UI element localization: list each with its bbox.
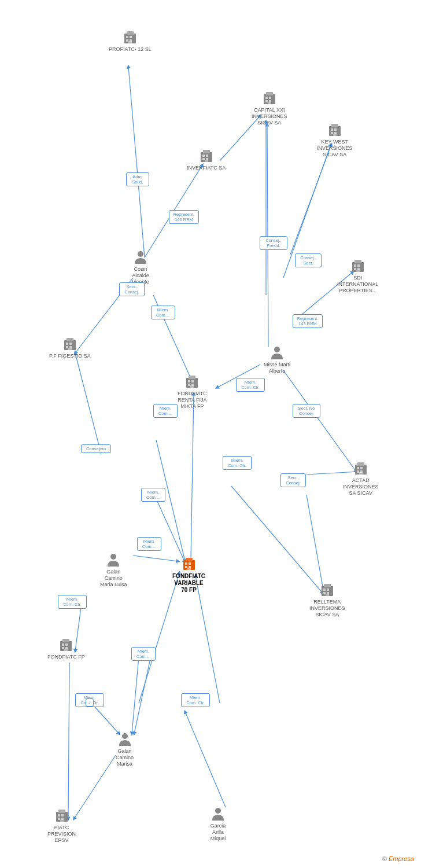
svg-line-24 [191, 393, 194, 560]
profiatc-label: PROFIATC- 12 SL [109, 46, 152, 53]
svg-rect-52 [331, 128, 333, 131]
galan-ml-icon [105, 551, 121, 568]
fondfiatc-rf-label: FONDFIATCRENTA FIJAMIXTA FP [178, 391, 207, 409]
svg-line-14 [133, 556, 178, 561]
consej-secr-badge: Consej.,Secr. [295, 253, 322, 267]
svg-rect-56 [333, 134, 337, 136]
svg-line-22 [231, 486, 323, 593]
svg-rect-115 [58, 818, 60, 820]
svg-point-109 [122, 733, 128, 739]
actad-node: ACTADINVERSIONESSA SICAV [343, 460, 379, 496]
capital-xxi-icon [261, 90, 278, 106]
fondfiatc-rf-node: FONDFIATCRENTA FIJAMIXTA FP [178, 373, 207, 409]
svg-rect-35 [128, 41, 132, 43]
watermark: © Empresa [382, 855, 414, 862]
svg-line-23 [306, 495, 324, 593]
represent-143-2-badge: Represent.143 RRM [293, 314, 323, 328]
fondfiatc-fp-label: FONDFIATC FP [47, 654, 85, 660]
svg-rect-117 [60, 819, 64, 822]
fondfiatc-fp-node: FONDFIATC FP [47, 637, 85, 660]
svg-point-110 [215, 808, 221, 814]
svg-rect-94 [187, 568, 191, 570]
miem-com-ctr-3-badge: Miem.Com. Ctr. [58, 595, 87, 609]
svg-rect-32 [130, 36, 132, 38]
miem-com-2-badge: Miem.Com.... [153, 404, 178, 418]
svg-rect-38 [202, 155, 205, 157]
svg-line-0 [128, 67, 145, 258]
inverfiatc-node: INVERFIATC SA [187, 148, 226, 171]
svg-rect-49 [268, 102, 271, 104]
svg-rect-31 [126, 36, 128, 38]
svg-rect-86 [359, 472, 363, 475]
svg-point-64 [138, 251, 143, 257]
svg-rect-89 [186, 558, 193, 561]
garcia-icon [210, 806, 226, 822]
misse-node: Misse MartiAlberto [264, 344, 290, 374]
svg-rect-96 [324, 584, 331, 587]
svg-rect-69 [66, 346, 68, 348]
fondfiatc-var-label: FONDFIATCVARIABLE70 FP [172, 573, 205, 594]
secr-consej-2-badge: Secr.,Consej. [280, 473, 306, 487]
fondfiatc-rf-icon [184, 373, 200, 389]
svg-rect-108 [64, 649, 68, 651]
svg-line-17 [74, 755, 116, 819]
connection-lines [0, 0, 421, 868]
svg-line-21 [132, 657, 139, 734]
graph-container: PROFIATC- 12 SL INVERFIATC SA [0, 0, 421, 868]
svg-rect-37 [203, 150, 210, 153]
svg-rect-54 [331, 132, 333, 134]
miem-com-ctr-5-badge: Miem.Com. Ctr. [181, 693, 210, 707]
galan-ml-label: GalanCaminoMaria Luisa [100, 569, 127, 587]
secr-consej-1-badge: Secr.,Consej. [119, 282, 145, 296]
svg-point-79 [274, 347, 280, 352]
galan-marisa-icon [117, 731, 133, 747]
miem-com-ctr-2-badge: Miem.Com. Ctr. [223, 456, 252, 470]
svg-rect-113 [58, 814, 60, 816]
sdi-icon [350, 258, 366, 274]
key-west-icon [327, 122, 343, 138]
fondfiatc-var-node: FONDFIATCVARIABLE70 FP [172, 556, 205, 594]
svg-rect-99 [323, 592, 326, 594]
svg-rect-83 [360, 467, 363, 469]
svg-rect-91 [189, 562, 191, 565]
svg-rect-60 [357, 264, 360, 267]
svg-rect-39 [206, 155, 208, 157]
pf-figestio-icon [62, 336, 78, 352]
svg-rect-44 [266, 92, 273, 95]
fiatc-label: FIATCPREVISIONEPSV [47, 825, 76, 843]
inverfiatc-label: INVERFIATC SA [187, 165, 226, 171]
miem-com-1-badge: Miem.Com.... [151, 306, 175, 319]
inverfiatc-icon [198, 148, 215, 164]
miem-com-4-badge: Miem.Com.... [137, 537, 161, 551]
svg-rect-40 [202, 158, 205, 160]
galan-marisa-label: GalanCaminoMarisa [116, 748, 134, 767]
miem-com-5-badge: Miem.Com.... [131, 647, 156, 661]
miem-com-ctr-1-badge: Miem.Com. Ctr. [236, 378, 265, 392]
capital-xxi-label: CAPITAL XXIINVERSIONESSICAV SA [252, 107, 287, 126]
miem-com-3-badge: Miem.Com.... [141, 488, 165, 502]
svg-rect-46 [269, 97, 271, 99]
svg-rect-63 [356, 270, 360, 272]
sdi-node: SDIINTERNATIONALPROPERTIES... [337, 258, 378, 293]
profiatc-icon [122, 29, 138, 45]
svg-rect-68 [69, 343, 72, 345]
actad-icon [353, 460, 369, 476]
consej-presid-badge: Consej.,Presid. [260, 236, 287, 250]
relltema-label: RELLTEMAINVERSIONESSICAV SA [309, 599, 345, 617]
fiatc-node: FIATCPREVISIONEPSV [47, 807, 76, 843]
svg-rect-84 [357, 470, 359, 473]
misse-icon [269, 344, 285, 361]
consejero-badge: Consejero [81, 444, 111, 453]
cosin-icon [132, 249, 149, 265]
svg-rect-67 [66, 343, 68, 345]
svg-rect-76 [188, 384, 190, 386]
svg-line-26 [91, 703, 119, 734]
j-badge: J [86, 698, 94, 707]
svg-rect-74 [188, 380, 190, 382]
svg-rect-71 [68, 348, 72, 350]
svg-rect-106 [62, 647, 64, 649]
svg-rect-59 [354, 264, 356, 267]
fiatc-icon [54, 807, 70, 823]
svg-rect-101 [326, 594, 329, 596]
svg-rect-97 [323, 589, 326, 591]
